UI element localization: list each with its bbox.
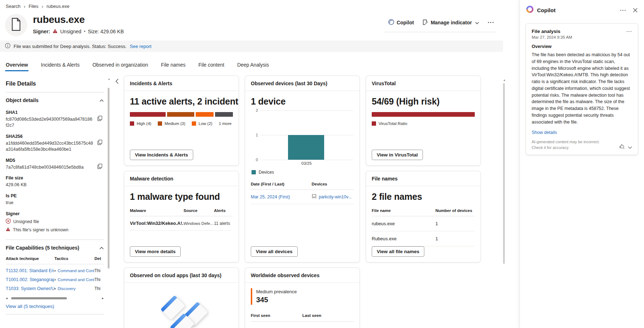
chevron-down-icon [475,20,479,25]
scrollbar-thumb[interactable] [11,297,67,299]
app-root: Search › Files › rubeus.exe rubeus.exe S… [0,0,644,328]
device-link[interactable]: parkcity-win10v... [319,194,352,199]
card-title: Malware detection [124,171,239,186]
copilot-title: Copilot [537,7,556,13]
scroll-right-icon[interactable]: ▸ [102,296,104,300]
scrollbar-thumb[interactable] [108,88,109,269]
sha256-value: a1fddd460edd35ed449d32cc43bc15675c48a314… [6,140,93,153]
tab-observed-in-organization[interactable]: Observed in organization [92,62,148,71]
devices-chart: 012 03/25 Devices [251,110,354,175]
view-all-file-names-button[interactable]: View all file names [372,246,424,257]
tactic-link[interactable]: •Command and Control [54,269,94,273]
is-pe-field: Is PE true [6,193,104,206]
severity-segment [215,112,233,117]
vertical-scrollbar[interactable] [108,88,110,274]
col-last-seen: Last seen [302,313,354,318]
card-body: 2 file names File name Number of devices… [366,186,480,262]
file-details-title: File Details [6,81,104,87]
copilot-button[interactable]: Copilot [388,19,414,26]
file-names-card: File names 2 file names File name Number… [366,171,481,262]
signer-label: Signer: [33,29,50,34]
thumbs-feedback-icon[interactable] [619,144,625,150]
technique-link[interactable]: T1001.002: Steganograp... [6,277,54,282]
view-incidents-alerts-button[interactable]: View Incidents & Alerts [130,150,193,160]
copilot-more-button[interactable]: ··· [620,7,626,13]
main-area: Search › Files › rubeus.exe rubeus.exe S… [0,0,519,328]
scroll-left-icon[interactable]: ◂ [6,296,8,300]
scroll-up-icon[interactable]: ▴ [503,78,505,82]
signer-unknown-line: This file's signer is unknown [6,227,93,232]
copy-icon[interactable] [97,164,102,170]
sha1-value: fc870d086c53ded2e94300f7569aa9478186f2c7 [6,116,93,129]
col-source: Source [184,208,214,213]
object-details-label: Object details [6,97,39,103]
table-row: T1132.001: Standard Enc... •Command and … [6,264,104,273]
virustotal-card: VirusTotal 54/69 (High risk) VirusTotal … [366,76,481,166]
chevron-up-icon[interactable] [99,97,104,103]
tactic-link[interactable]: •Discovery [54,286,94,291]
col-alerts: Alerts [214,208,234,213]
card-body: 1 device 012 03/25 Devices Date (First /… [245,91,360,262]
table-row: VirTool:Win32/Kekeo.A!... Windows Defe..… [130,216,233,231]
malware-table-header: Malware Source Alerts [130,208,233,216]
signer-section-label: Signer [6,211,93,216]
manage-indicator-button[interactable]: Manage indicator [423,19,479,26]
technique-link[interactable]: T1132.001: Standard Enc... [6,268,54,273]
cloud-apps-card: Observed on cloud apps (last 30 days) [124,267,239,328]
malware-name: VirTool:Win32/Kekeo.A!... [130,221,184,226]
prevalence-value: 345 [256,296,354,304]
view-more-details-button[interactable]: View more details [130,246,181,257]
view-all-techniques-link[interactable]: View all (5 techniques) [6,304,104,309]
view-in-virustotal-button[interactable]: View in VirusTotal [372,150,423,160]
scrollbar-thumb[interactable] [503,83,505,264]
devices-table-header: Date (First / Last) Devices [251,182,354,190]
copilot-response-card: File analysis ··· Mar 27, 2024 9:35 AM O… [526,23,638,155]
file-capabilities-header[interactable]: File Capabilities (5 techniques) [6,240,104,252]
breadcrumb-search[interactable]: Search [6,4,20,9]
tab-deep-analysis[interactable]: Deep Analysis [237,62,269,71]
scrollbar-track[interactable] [10,297,100,300]
tab-bar: Overview Incidents & Alerts Observed in … [0,62,519,71]
file-header: rubeus.exe Signer: Unsigned • Size: 429.… [0,10,519,36]
info-banner: File was submitted for Deep analysis. St… [0,40,503,52]
copy-icon[interactable] [97,116,102,122]
col-malware: Malware [130,208,184,213]
chevron-up-icon[interactable] [99,245,104,251]
show-details-link[interactable]: Show details [532,130,632,135]
breadcrumb-files[interactable]: Files [29,4,38,9]
breadcrumb-current-file: rubeus.exe [47,4,69,9]
tab-incidents-alerts[interactable]: Incidents & Alerts [41,62,79,71]
tab-file-names[interactable]: File names [161,62,185,71]
see-report-link[interactable]: See report [130,44,152,49]
collapse-panel-button[interactable] [115,78,119,86]
laptop-icon [312,194,317,199]
file-details-panel: File Details Object details SHA1 fc870d0… [0,76,110,326]
table-row: T1033: System Owner/U... •Discovery Thi [6,282,104,291]
col-file-name: File name [372,208,435,213]
bullet-icon: • [54,278,56,282]
horizontal-scrollbar[interactable]: ◂ ▸ [6,296,104,300]
scroll-up-icon[interactable]: ▴ [108,77,110,81]
table-row: T1001.002: Steganograp... •Command and C… [6,273,104,282]
legend-swatch [130,121,134,126]
sha1-label: SHA1 [6,110,93,115]
tab-overview[interactable]: Overview [6,62,28,71]
close-icon[interactable] [633,8,638,13]
tab-file-content[interactable]: File content [199,62,224,71]
chevron-down-icon[interactable] [628,144,632,150]
vertical-scrollbar[interactable] [502,83,505,269]
breadcrumb: Search › Files › rubeus.exe [0,0,519,10]
technique-link[interactable]: T1033: System Owner/U... [6,286,54,291]
header-actions: Copilot Manage indicator ··· [383,17,497,32]
more-actions-button[interactable]: ··· [488,19,494,26]
copilot-card-more-button[interactable]: ··· [626,29,632,34]
view-all-devices-button[interactable]: View all devices [251,246,298,257]
warning-triangle-icon [6,227,10,232]
first-seen-date-link[interactable]: Mar 25, 2024 (First) [251,194,312,199]
copy-icon[interactable] [97,140,102,146]
col-number-of-devices: Number of devices [435,208,475,213]
signer-unknown-text: This file's signer is unknown [13,227,68,232]
object-details-header[interactable]: Object details [6,92,104,105]
card-body: Medium prevalence 345 First seen Last se… [245,283,360,328]
tactic-link[interactable]: •Command and Control [54,278,94,282]
